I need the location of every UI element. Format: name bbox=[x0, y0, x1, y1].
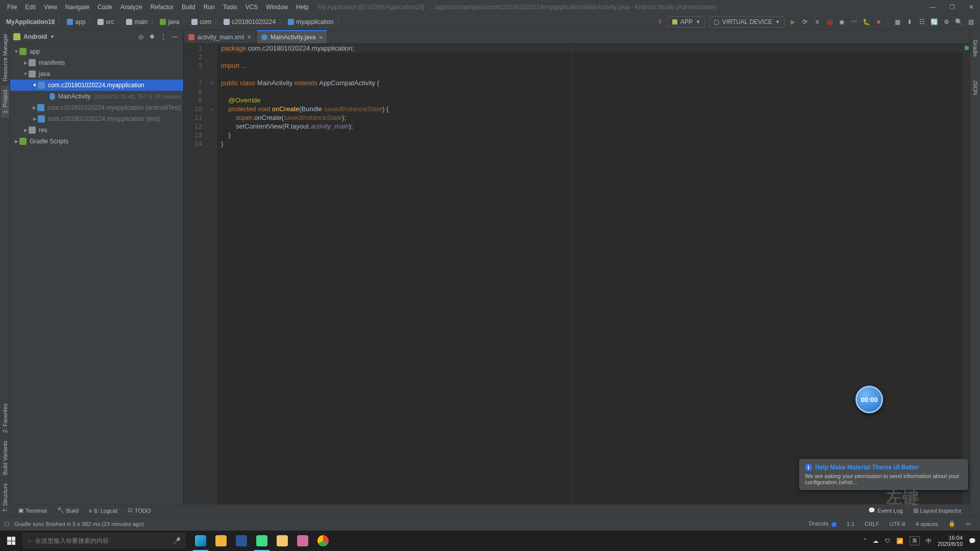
lock-icon[interactable]: 🔒 bbox=[943, 520, 961, 527]
gutter-tab-structure[interactable]: 7: Structure bbox=[1, 479, 9, 516]
crumb-cid[interactable]: c201801020224 bbox=[220, 17, 279, 27]
taskbar-clock[interactable]: 16:04 2020/8/10 bbox=[938, 535, 963, 547]
status-encoding[interactable]: UTF-8 bbox=[885, 521, 911, 527]
gutter-tab-favorites[interactable]: 2: Favorites bbox=[1, 399, 9, 437]
gutter-tab-project[interactable]: 1: Project bbox=[1, 86, 9, 117]
project-view-selector[interactable]: Android bbox=[23, 33, 47, 40]
menu-refactor[interactable]: Refactor bbox=[148, 3, 177, 12]
code-editor[interactable]: 123 78910 11121314 ◇ ○ package com.c2018… bbox=[184, 44, 970, 516]
filter-icon[interactable]: ✱ bbox=[146, 33, 158, 40]
apply-code-button[interactable]: ≡ bbox=[811, 16, 823, 28]
crumb-com[interactable]: com bbox=[188, 17, 214, 27]
gutter-tab-json[interactable]: JSON bbox=[971, 76, 979, 99]
tree-node-java[interactable]: ▼java bbox=[10, 68, 183, 80]
taskbar-app-explorer[interactable] bbox=[273, 531, 292, 551]
memory-indicator[interactable]: ▭ bbox=[961, 520, 976, 527]
crumb-src[interactable]: src bbox=[94, 17, 117, 27]
menu-edit[interactable]: Edit bbox=[22, 3, 39, 12]
taskbar-app-chrome[interactable] bbox=[313, 531, 333, 551]
sdk-manager-button[interactable]: ⬇ bbox=[903, 16, 916, 28]
crumb-java[interactable]: java bbox=[157, 17, 182, 27]
target-icon[interactable]: ◎ bbox=[135, 33, 146, 40]
tool-layout-inspector[interactable]: ▥Layout Inspector bbox=[908, 507, 967, 514]
tree-node-package-main[interactable]: ▼com.c201801020224.myapplication bbox=[10, 80, 183, 91]
taskbar-app-android-studio[interactable] bbox=[252, 531, 272, 551]
crumb-package[interactable]: myapplication bbox=[285, 17, 336, 27]
coverage-button[interactable]: ◉ bbox=[836, 16, 848, 28]
menu-analyze[interactable]: Analyze bbox=[117, 3, 145, 12]
gutter-tab-build-variants[interactable]: Build Variants bbox=[1, 437, 9, 479]
menu-file[interactable]: File bbox=[4, 3, 20, 12]
taskbar-app-word[interactable] bbox=[232, 531, 251, 551]
gutter-tab-resource-manager[interactable]: Resource Manager bbox=[1, 30, 9, 86]
minimize-button[interactable]: — bbox=[929, 4, 936, 11]
crumb-app[interactable]: app bbox=[64, 17, 88, 27]
taskbar-app-misc[interactable] bbox=[293, 531, 312, 551]
menu-vcs[interactable]: VCS bbox=[242, 3, 261, 12]
run-button[interactable]: ▶ bbox=[787, 16, 799, 28]
menu-view[interactable]: View bbox=[41, 3, 60, 12]
tool-logcat[interactable]: ≡6: Logcat bbox=[84, 508, 122, 514]
tree-node-package-androidtest[interactable]: ▶com.c201801020224.myapplication (androi… bbox=[10, 102, 183, 113]
sync-gradle-button[interactable]: 🔄 bbox=[928, 16, 940, 28]
menu-help[interactable]: Help bbox=[293, 3, 312, 12]
search-everywhere-button[interactable]: 🔍 bbox=[952, 16, 965, 28]
notification-toast[interactable]: iHelp Make Material Theme UI Better We a… bbox=[799, 459, 968, 490]
mic-icon[interactable]: 🎤 bbox=[173, 537, 181, 544]
menu-navigate[interactable]: Navigate bbox=[62, 3, 92, 12]
edit-config-icon[interactable]: ✎ bbox=[651, 13, 668, 31]
gutter-tab-gradle[interactable]: Gradle bbox=[971, 36, 979, 61]
menu-tools[interactable]: Tools bbox=[220, 3, 240, 12]
taskbar-search[interactable]: ○ 在这里输入你要搜索的内容 🎤 bbox=[22, 533, 186, 549]
status-indent[interactable]: 4 spaces bbox=[911, 521, 943, 527]
avd-manager-button[interactable]: ▦ bbox=[891, 16, 903, 28]
profile-button[interactable]: 〰 bbox=[848, 16, 860, 28]
status-line-separator[interactable]: CRLF bbox=[860, 521, 885, 527]
crumb-main[interactable]: main bbox=[123, 17, 151, 27]
implements-icon[interactable]: ◇ bbox=[207, 79, 216, 87]
apply-changes-button[interactable]: ⟳ bbox=[799, 16, 811, 28]
menu-build[interactable]: Build bbox=[179, 3, 199, 12]
run-config-selector[interactable]: APP ▼ bbox=[668, 16, 705, 28]
stop-button[interactable]: ■ bbox=[872, 16, 885, 28]
taskbar-app-edge[interactable] bbox=[191, 531, 210, 551]
notifications-icon[interactable]: 💬 bbox=[969, 538, 976, 544]
options-icon[interactable]: ⋮ bbox=[158, 33, 169, 40]
tray-chevron-up-icon[interactable]: ˄ bbox=[864, 538, 867, 544]
tree-node-package-test[interactable]: ▶com.c201801020224.myapplication (test) bbox=[10, 113, 183, 124]
tool-todo[interactable]: ☑TODO bbox=[122, 507, 156, 514]
recording-timer-badge[interactable]: 00:00 bbox=[855, 386, 883, 413]
tray-shield-icon[interactable]: 🛡 bbox=[885, 538, 890, 544]
ime-mode[interactable]: 中 bbox=[926, 537, 932, 545]
menu-run[interactable]: Run bbox=[201, 3, 218, 12]
settings-button[interactable]: ▤ bbox=[965, 16, 977, 28]
tree-node-main-activity[interactable]: ▶MainActivity2020/8/10 15:40, 357 B 24 m… bbox=[10, 91, 183, 102]
tree-node-gradle-scripts[interactable]: ▶Gradle Scripts bbox=[10, 136, 183, 147]
device-selector[interactable]: ▢ VIRTUAL DEVICE ▼ bbox=[709, 16, 785, 28]
crumb-project[interactable]: MyApplication18 bbox=[3, 17, 58, 27]
debug-button[interactable]: 🐞 bbox=[823, 16, 836, 28]
tool-build[interactable]: 🔨Build bbox=[52, 507, 84, 514]
tree-node-res[interactable]: ▶res bbox=[10, 124, 183, 136]
maximize-button[interactable]: ❐ bbox=[948, 4, 955, 11]
menu-window[interactable]: Window bbox=[263, 3, 291, 12]
start-button[interactable] bbox=[0, 531, 22, 551]
ime-lang[interactable]: 英 bbox=[910, 536, 920, 545]
tray-onedrive-icon[interactable]: ☁ bbox=[873, 538, 878, 544]
tree-node-app[interactable]: ▼app bbox=[10, 46, 183, 57]
tray-wifi-icon[interactable]: 📶 bbox=[896, 538, 903, 544]
tab-close-button[interactable]: × bbox=[318, 34, 323, 41]
menu-code[interactable]: Code bbox=[94, 3, 115, 12]
taskbar-app-notes[interactable] bbox=[211, 531, 231, 551]
hide-tool-windows-button[interactable]: ▢ bbox=[4, 520, 9, 527]
tool-event-log[interactable]: 💬Event Log bbox=[863, 507, 908, 514]
status-theme[interactable]: Dracula bbox=[804, 520, 842, 527]
editor-tab-activity[interactable]: MainActivity.java × bbox=[257, 30, 327, 43]
tree-node-manifests[interactable]: ▶manifests bbox=[10, 57, 183, 68]
resource-manager-button[interactable]: ☷ bbox=[916, 16, 928, 28]
close-button[interactable]: ✕ bbox=[968, 4, 975, 11]
tab-close-button[interactable]: × bbox=[247, 33, 251, 41]
code-content[interactable]: package com.c201801020224.myapplication;… bbox=[217, 44, 963, 516]
status-caret-position[interactable]: 1:1 bbox=[842, 521, 860, 527]
troubleshoot-button[interactable]: ⚙ bbox=[940, 16, 952, 28]
